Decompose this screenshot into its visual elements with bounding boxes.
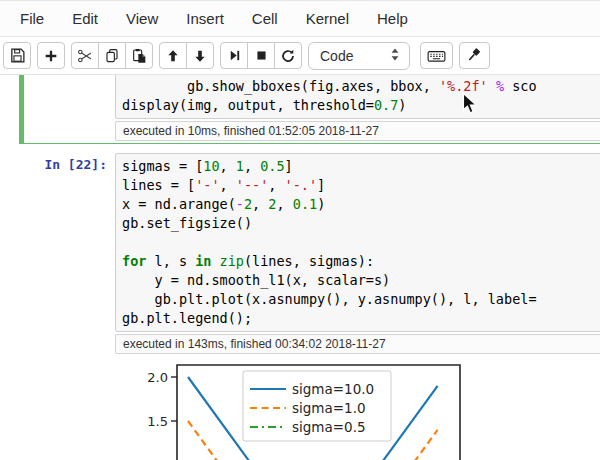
arrow-up-icon — [165, 48, 181, 64]
input-prompt: In [22]: — [25, 153, 115, 332]
execute-time-status: executed in 143ms, finished 00:34:02 201… — [115, 334, 600, 354]
keyboard-icon — [427, 48, 446, 64]
copy-cell-button[interactable] — [98, 42, 126, 69]
toolbar: Code — [0, 37, 600, 75]
code-prettify-button[interactable] — [459, 42, 490, 69]
cell-type-value: Code — [320, 48, 353, 64]
code-line: gb.set_figsize() — [122, 214, 600, 233]
cut-cell-button[interactable] — [71, 42, 99, 69]
menu-kernel[interactable]: Kernel — [292, 10, 363, 27]
code-line: gb.plt.legend(); — [122, 309, 600, 328]
step-forward-icon — [227, 48, 242, 63]
code-line: gb.plt.plot(x.asnumpy(), y.asnumpy(), l,… — [122, 290, 600, 309]
paste-icon — [131, 48, 147, 64]
code-cell-22[interactable]: In [22]: sigmas = [10, 1, 0.5]lines = ['… — [19, 150, 600, 460]
save-button[interactable] — [3, 42, 31, 69]
code-line: gb.show_bboxes(fig.axes, bbox, '%.2f' % … — [122, 77, 600, 96]
code-line: lines = ['-', '--', '-.'] — [122, 176, 600, 195]
code-line: x = nd.arange(-2, 2, 0.1) — [122, 195, 600, 214]
code-line: display(img, output, threshold=0.7) — [122, 96, 600, 115]
menu-help[interactable]: Help — [363, 10, 422, 27]
execute-time-status: executed in 10ms, finished 01:52:05 2018… — [115, 121, 600, 141]
save-icon — [9, 47, 26, 64]
code-line: for l, s in zip(lines, sigmas): — [122, 252, 600, 271]
keyboard-shortcuts-button[interactable] — [420, 42, 453, 69]
code-editor[interactable]: sigmas = [10, 1, 0.5]lines = ['-', '--',… — [115, 153, 600, 332]
gavel-icon — [466, 47, 483, 64]
cell-output-area: 2.01.5sigma=10.0sigma=1.0sigma=0.5 — [140, 363, 600, 460]
dropdown-arrows-icon — [390, 47, 400, 65]
menu-view[interactable]: View — [112, 10, 172, 27]
cut-icon — [77, 48, 93, 64]
menu-insert[interactable]: Insert — [172, 10, 238, 27]
run-cell-button[interactable] — [220, 42, 248, 69]
code-cell-previous[interactable]: gb.show_bboxes(fig.axes, bbox, '%.2f' % … — [19, 75, 600, 144]
code-line: y = nd.smooth_l1(x, scalar=s) — [122, 271, 600, 290]
svg-text:sigma=0.5: sigma=0.5 — [292, 419, 366, 435]
code-editor[interactable]: gb.show_bboxes(fig.axes, bbox, '%.2f' % … — [115, 75, 600, 119]
output-plot: 2.01.5sigma=10.0sigma=1.0sigma=0.5 — [140, 363, 474, 460]
menu-edit[interactable]: Edit — [58, 10, 112, 27]
cell-type-dropdown[interactable]: Code — [308, 42, 410, 70]
jupyter-notebook-app: File Edit View Insert Cell Kernel Help — [0, 0, 600, 460]
menu-cell[interactable]: Cell — [238, 10, 292, 27]
code-line — [122, 233, 600, 252]
copy-icon — [104, 48, 120, 64]
paste-cell-button[interactable] — [125, 42, 153, 69]
add-cell-button[interactable] — [37, 42, 65, 69]
svg-text:1.5: 1.5 — [147, 414, 168, 429]
menu-bar: File Edit View Insert Cell Kernel Help — [0, 0, 600, 37]
move-cell-down-button[interactable] — [186, 42, 214, 69]
code-line: sigmas = [10, 1, 0.5] — [122, 157, 600, 176]
move-cell-up-button[interactable] — [159, 42, 187, 69]
notebook-area: gb.show_bboxes(fig.axes, bbox, '%.2f' % … — [0, 75, 600, 460]
stop-icon — [254, 48, 269, 63]
input-prompt — [25, 75, 115, 119]
svg-text:2.0: 2.0 — [147, 370, 168, 385]
svg-text:sigma=1.0: sigma=1.0 — [292, 400, 366, 416]
restart-kernel-button[interactable] — [274, 42, 302, 69]
add-cell-icon — [43, 48, 59, 64]
arrow-down-icon — [192, 48, 208, 64]
menu-file[interactable]: File — [6, 10, 58, 27]
svg-text:sigma=10.0: sigma=10.0 — [292, 381, 374, 397]
restart-kernel-icon — [280, 48, 296, 64]
interrupt-kernel-button[interactable] — [247, 42, 275, 69]
